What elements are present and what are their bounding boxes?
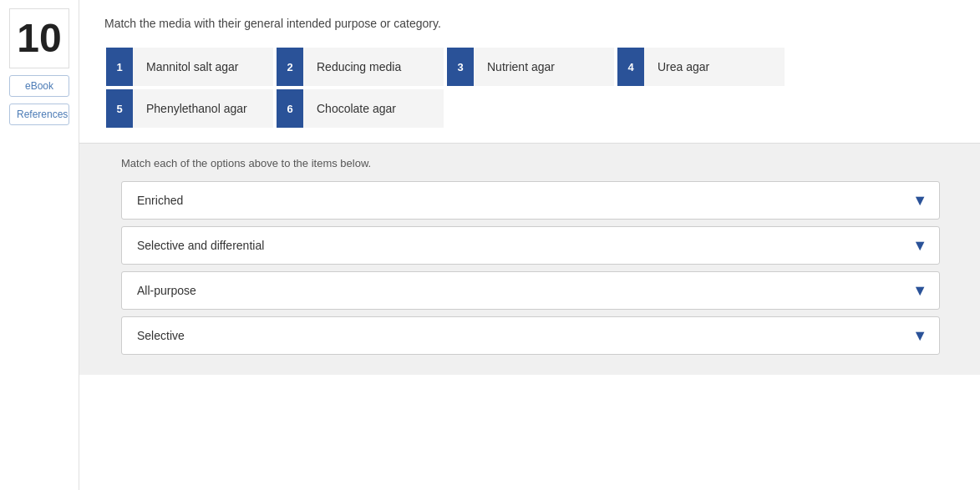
- option-item[interactable]: 1 Mannitol salt agar: [106, 48, 273, 86]
- chevron-down-icon: ▼: [912, 192, 927, 210]
- option-badge: 4: [617, 48, 644, 86]
- main-content: Match the media with their general inten…: [79, 0, 980, 490]
- dropdown-label: All-purpose: [137, 284, 196, 297]
- chevron-down-icon: ▼: [912, 327, 927, 345]
- dropdown-row[interactable]: All-purpose ▼: [121, 271, 940, 310]
- option-item[interactable]: 2 Reducing media: [277, 48, 444, 86]
- sidebar: 10 eBook References: [0, 0, 79, 490]
- dropdown-row[interactable]: Selective ▼: [121, 316, 940, 355]
- option-text: Mannitol salt agar: [133, 60, 252, 73]
- option-text: Phenylethanol agar: [133, 102, 261, 115]
- option-badge: 6: [277, 89, 303, 128]
- option-badge: 3: [447, 48, 474, 86]
- option-text: Nutrient agar: [474, 60, 568, 73]
- chevron-down-icon: ▼: [912, 282, 927, 300]
- ebook-button[interactable]: eBook: [9, 75, 69, 97]
- option-text: Chocolate agar: [303, 102, 409, 115]
- option-item[interactable]: 6 Chocolate agar: [277, 89, 444, 128]
- option-text: Urea agar: [644, 60, 723, 73]
- match-instruction: Match each of the options above to the i…: [121, 157, 955, 169]
- option-badge: 5: [106, 89, 133, 128]
- question-number: 10: [9, 8, 69, 68]
- dropdown-label: Selective: [137, 329, 185, 342]
- dropdown-label: Selective and differential: [137, 239, 264, 252]
- option-text: Reducing media: [303, 60, 414, 73]
- match-section: Match each of the options above to the i…: [79, 143, 980, 375]
- option-badge: 1: [106, 48, 133, 86]
- option-item[interactable]: 3 Nutrient agar: [447, 48, 614, 86]
- dropdown-label: Enriched: [137, 194, 183, 207]
- option-item[interactable]: 5 Phenylethanol agar: [106, 89, 273, 128]
- dropdowns-container: Enriched ▼ Selective and differential ▼ …: [121, 181, 955, 355]
- references-button[interactable]: References: [9, 104, 69, 125]
- options-grid: 1 Mannitol salt agar 2 Reducing media 3 …: [104, 46, 873, 129]
- option-badge: 2: [277, 48, 303, 86]
- top-instruction: Match the media with their general inten…: [104, 15, 955, 33]
- option-item[interactable]: 4 Urea agar: [617, 48, 785, 86]
- dropdown-row[interactable]: Enriched ▼: [121, 181, 940, 220]
- dropdown-row[interactable]: Selective and differential ▼: [121, 226, 940, 265]
- chevron-down-icon: ▼: [912, 237, 927, 255]
